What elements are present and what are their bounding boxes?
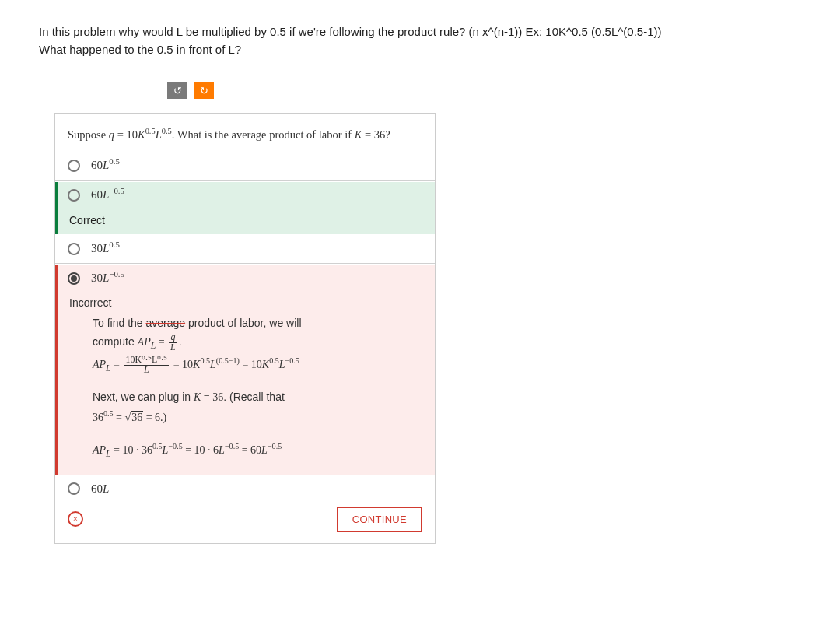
option-5[interactable]: 60L (55, 476, 435, 502)
correct-feedback-block: 60L−0.5 Correct (55, 182, 435, 234)
option-3[interactable]: 30L0.5 (55, 236, 435, 261)
expl-line1: To find the average product of labor, we… (93, 314, 422, 333)
prompt-var-q: q (109, 128, 114, 141)
divider (55, 263, 435, 264)
e: −0.5 (268, 442, 282, 450)
question-header: In this problem why would L be multiplie… (39, 23, 801, 58)
opt-coeff: 60 (91, 482, 103, 495)
apl: AP (93, 359, 106, 370)
eq: = (111, 359, 123, 370)
option-label: 60L (91, 482, 109, 496)
t: . (Recall that (223, 391, 285, 403)
prompt-tail: . What is the average product of labor i… (172, 128, 355, 141)
radio-icon (68, 160, 80, 172)
question-card: Suppose q = 10K0.5L0.5. What is the aver… (54, 113, 436, 544)
l: L (261, 444, 268, 456)
radio-icon (68, 243, 80, 255)
t: To find the (93, 317, 146, 329)
math: APL = qL (138, 336, 179, 348)
option-4[interactable]: 30L−0.5 (58, 265, 435, 291)
option-label: 30L−0.5 (91, 272, 124, 285)
t: = 10 · 6 (183, 444, 219, 456)
l: L (219, 444, 225, 456)
prompt-keq: = 36? (362, 128, 390, 141)
opt-coeff: 60 (91, 159, 103, 171)
e: 0.5 (269, 356, 279, 365)
e: 0.5 (200, 356, 210, 365)
card-footer: × CONTINUE (55, 502, 435, 532)
t: = 10 · 36 (111, 444, 152, 456)
correct-label: Correct (58, 208, 435, 234)
t: = 60 (239, 444, 261, 456)
opt-exp: 0.5 (109, 156, 120, 166)
eq: = (114, 412, 125, 423)
t: 36 (93, 412, 103, 423)
strike-word: average (146, 317, 186, 329)
header-line2: What happened to the 0.5 in front of L? (39, 43, 241, 56)
prompt-prefix: Suppose (68, 128, 109, 141)
sqrt: 36 (131, 411, 143, 423)
incorrect-feedback-block: 30L−0.5 Incorrect To find the average pr… (55, 265, 435, 474)
t: = 6 (143, 412, 160, 423)
option-1[interactable]: 60L0.5 (55, 152, 435, 178)
expl-line6: APL = 10 · 360.5L−0.5 = 10 · 6L−0.5 = 60… (93, 441, 422, 462)
math: K = 36 (194, 391, 223, 403)
frac: 10K⁰·⁵L⁰·⁵L (124, 356, 170, 375)
k: K (262, 359, 269, 370)
undo-button[interactable]: ↺ (167, 82, 187, 99)
e: −0.5 (285, 356, 299, 365)
opt-coeff: 60 (91, 188, 103, 201)
e: −0.5 (168, 442, 182, 450)
redo-button[interactable]: ↻ (194, 82, 214, 99)
spacer (93, 377, 422, 388)
expl-line4: Next, we can plug in K = 36. (Recall tha… (93, 388, 422, 407)
spacer (93, 429, 422, 440)
t: Next, we can plug in (93, 391, 194, 403)
apl: AP (93, 444, 106, 456)
radio-icon (68, 482, 80, 495)
l: L (279, 359, 285, 370)
option-2[interactable]: 60L−0.5 (58, 182, 435, 208)
option-label: 60L0.5 (91, 159, 120, 172)
prompt-eq: = (114, 128, 126, 141)
t: .) (160, 412, 166, 423)
prompt-coeff: 10 (126, 128, 138, 141)
t: = 10 (240, 359, 262, 370)
opt-coeff: 30 (91, 272, 103, 284)
t: compute (93, 335, 138, 348)
den: L (170, 342, 176, 352)
opt-coeff: 30 (91, 242, 103, 254)
e: (0.5−1) (216, 356, 240, 365)
option-label: 60L−0.5 (91, 188, 124, 202)
radio-icon (68, 189, 80, 202)
prompt-K: K (138, 128, 145, 141)
opt-exp: −0.5 (109, 186, 124, 195)
den: L (144, 364, 149, 375)
incorrect-label: Incorrect (69, 294, 422, 313)
option-label: 30L0.5 (91, 242, 120, 255)
e: −0.5 (225, 442, 239, 450)
e: 0.5 (103, 409, 114, 418)
t: . (179, 335, 182, 348)
k: K (194, 391, 201, 403)
sqrt-icon (125, 412, 131, 423)
opt-exp: −0.5 (109, 269, 124, 279)
prompt-L: L (156, 128, 162, 141)
divider (55, 180, 435, 181)
eq: = 36 (201, 391, 223, 403)
opt-var: L (103, 482, 109, 495)
explanation: Incorrect To find the average product of… (58, 291, 435, 474)
num: q (170, 331, 175, 342)
prompt-exp2: 0.5 (162, 127, 172, 135)
expl-line3: APL = 10K⁰·⁵L⁰·⁵L = 10K0.5L(0.5−1) = 10K… (93, 356, 422, 377)
toolbar: ↺ ↻ (167, 82, 801, 99)
frac: qL (169, 333, 177, 352)
header-line1: In this problem why would L be multiplie… (39, 25, 661, 38)
close-icon[interactable]: × (68, 511, 83, 527)
continue-button[interactable]: CONTINUE (337, 507, 422, 532)
expl-line5: 360.5 = 36 = 6.) (93, 408, 422, 427)
eq: = (156, 336, 167, 348)
t: product of labor, we will (185, 317, 301, 329)
prompt-text: Suppose q = 10K0.5L0.5. What is the aver… (55, 121, 435, 152)
prompt-Kvar: K (355, 128, 362, 141)
